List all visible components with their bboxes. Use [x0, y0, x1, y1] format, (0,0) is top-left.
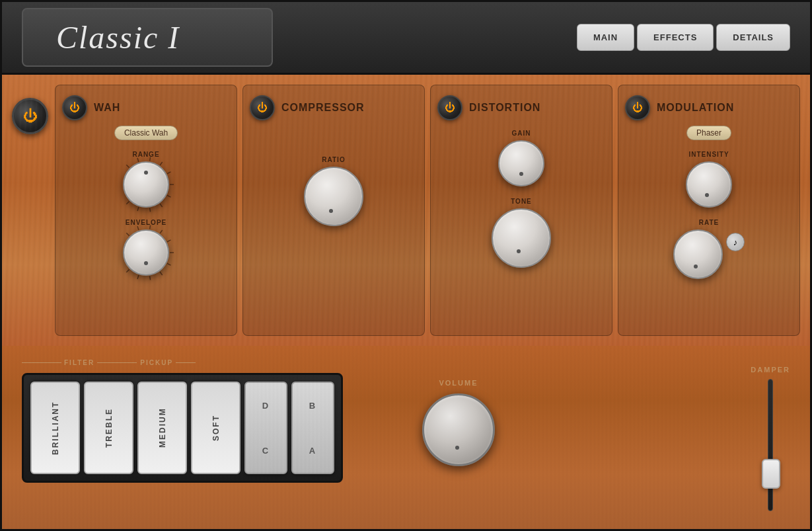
wah-envelope-group: ENVELOPE [123, 219, 169, 276]
wah-preset[interactable]: Classic Wah [114, 126, 178, 140]
effects-grid: ⏻ WAH Classic Wah RANGE [55, 85, 800, 336]
damper-label: DAMPER [751, 366, 790, 374]
pickup-line-right [176, 362, 196, 363]
distortion-tone-knob[interactable] [492, 208, 551, 268]
pickup-cd-c: C [262, 446, 270, 456]
modulation-intensity-label: INTENSITY [688, 151, 729, 158]
main-container: Classic I MAIN EFFECTS DETAILS ⏻ ⏻ WAH C… [0, 0, 812, 531]
distortion-tone-dot [517, 249, 521, 253]
pickup-btn-cd[interactable]: D C [244, 382, 287, 474]
filter-pickup-labels: FILTER PICKUP [22, 359, 343, 366]
modulation-power-button[interactable]: ⏻ [625, 95, 650, 120]
svg-line-3 [160, 162, 163, 165]
distortion-gain-knob[interactable] [498, 140, 544, 186]
note-icon: ♪ [733, 237, 738, 247]
compressor-power-icon: ⏻ [257, 102, 268, 114]
modulation-title: MODULATION [657, 102, 734, 114]
damper-slider-track[interactable] [768, 379, 773, 511]
app-title: Classic I [56, 20, 180, 55]
compressor-power-button[interactable]: ⏻ [250, 95, 275, 120]
nav-details-button[interactable]: DETAILS [716, 24, 790, 51]
wah-envelope-knob[interactable] [123, 229, 169, 276]
pickup-label: PICKUP [140, 359, 173, 366]
filter-line-left [22, 362, 61, 363]
modulation-intensity-dot [705, 193, 709, 197]
main-power-icon: ⏻ [23, 108, 38, 125]
volume-dot [455, 446, 459, 450]
filter-btn-treble[interactable]: TREBLE [84, 382, 133, 474]
effects-panel: ⏻ ⏻ WAH Classic Wah RANGE [2, 75, 810, 346]
svg-line-21 [126, 269, 129, 272]
filter-label: FILTER [64, 359, 94, 366]
wah-power-button[interactable]: ⏻ [62, 95, 87, 120]
modulation-intensity-wrap [686, 161, 732, 208]
damper-section: DAMPER [751, 366, 790, 511]
wah-envelope-knob-wrap [123, 229, 169, 276]
wah-range-knob[interactable] [123, 161, 169, 208]
svg-line-10 [126, 201, 129, 204]
filter-btn-medium[interactable]: MEDIUM [137, 382, 187, 474]
filter-btn-brilliant[interactable]: BRILLIANT [30, 382, 80, 474]
filter-pickup-section: FILTER PICKUP BRILLIANT TREBLE MEDIUM SO… [22, 359, 343, 483]
svg-line-9 [137, 207, 139, 211]
svg-line-0 [126, 165, 129, 167]
svg-line-2 [150, 157, 151, 161]
modulation-rate-knob[interactable] [673, 229, 723, 279]
main-power-button[interactable]: ⏻ [12, 98, 48, 134]
filter-line-right [97, 362, 137, 363]
modulation-rate-row: ♪ [673, 229, 745, 279]
pickup-btn-ab[interactable]: B A [291, 382, 334, 474]
svg-line-11 [126, 233, 129, 235]
volume-knob[interactable] [422, 393, 495, 466]
modulation-power-icon: ⏻ [632, 102, 643, 114]
note-sync-button[interactable]: ♪ [726, 233, 745, 251]
modulation-rate-label: RATE [699, 219, 719, 226]
volume-label: VOLUME [439, 379, 478, 387]
modulation-intensity-group: INTENSITY [686, 151, 732, 208]
distortion-power-icon: ⏻ [445, 102, 455, 114]
svg-line-20 [137, 275, 139, 279]
nav-effects-button[interactable]: EFFECTS [637, 24, 714, 51]
wah-range-dot [144, 171, 148, 175]
wah-knobs: RANGE ENVELOPE [62, 147, 230, 280]
nav-buttons: MAIN EFFECTS DETAILS [577, 24, 790, 51]
distortion-section: ⏻ DISTORTION GAIN TONE [430, 85, 612, 336]
distortion-knobs: GAIN TONE [437, 126, 605, 272]
wah-envelope-dot [144, 261, 148, 265]
wah-range-group: RANGE [123, 151, 169, 208]
svg-line-7 [160, 204, 163, 207]
filter-btn-soft[interactable]: SOFT [191, 382, 240, 474]
modulation-header: ⏻ MODULATION [625, 95, 793, 120]
wah-power-icon: ⏻ [69, 102, 80, 114]
modulation-preset[interactable]: Phaser [686, 126, 731, 140]
modulation-intensity-knob[interactable] [686, 161, 732, 208]
header: Classic I MAIN EFFECTS DETAILS [2, 2, 810, 75]
svg-line-19 [150, 276, 151, 280]
pickup-label-seg: PICKUP [140, 359, 196, 366]
svg-line-18 [160, 272, 163, 275]
modulation-knobs: INTENSITY RATE [625, 147, 793, 283]
svg-line-17 [167, 263, 170, 265]
distortion-tone-wrap [492, 208, 551, 268]
modulation-rate-wrap [673, 229, 723, 279]
distortion-tone-label: TONE [511, 198, 532, 205]
compressor-ratio-label: RATIO [322, 156, 345, 163]
buttons-container: BRILLIANT TREBLE MEDIUM SOFT D C B A [22, 373, 343, 483]
modulation-section: ⏻ MODULATION Phaser INTENSITY [618, 85, 800, 336]
distortion-title: DISTORTION [469, 102, 540, 114]
svg-line-4 [167, 172, 170, 174]
distortion-power-button[interactable]: ⏻ [437, 95, 462, 120]
distortion-gain-group: GAIN [498, 130, 544, 186]
svg-line-12 [137, 226, 139, 230]
damper-slider-thumb[interactable] [762, 459, 780, 489]
modulation-rate-group: RATE ♪ [673, 219, 745, 279]
wah-range-knob-wrap [123, 161, 169, 208]
distortion-gain-dot [519, 172, 523, 176]
nav-main-button[interactable]: MAIN [577, 24, 634, 51]
wah-header: ⏻ WAH [62, 95, 230, 120]
wah-title: WAH [94, 102, 120, 114]
distortion-gain-wrap [498, 140, 544, 186]
svg-line-14 [160, 230, 163, 233]
compressor-title: COMPRESSOR [281, 102, 365, 114]
compressor-ratio-knob[interactable] [304, 167, 363, 226]
